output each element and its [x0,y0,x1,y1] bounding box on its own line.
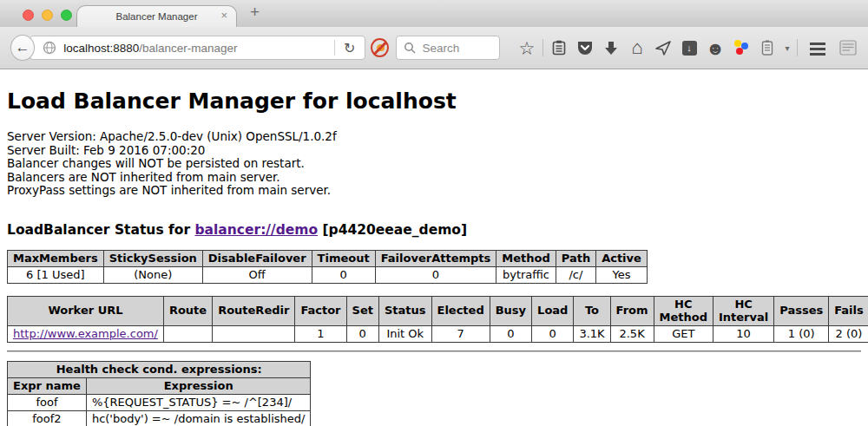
col-disablefailover: DisableFailover [202,250,312,266]
url-text: localhost:8880/balancer-manager [63,42,334,55]
proxypass-notice-line: ProxyPass settings are NOT inherited fro… [7,184,861,198]
col-maxmembers: MaxMembers [8,250,104,266]
download-arrow-glyph: ↓ [687,43,692,53]
cell-to: 3.1K [574,325,610,342]
cell-set: 0 [346,325,378,342]
minimize-window-button[interactable] [42,10,53,21]
col-route: Route [163,296,212,325]
col-stickysession: StickySession [103,250,202,266]
overflow-caret-icon[interactable]: ▾ [780,43,794,53]
bookmark-star-icon[interactable]: ☆ [514,39,540,57]
url-bar[interactable]: localhost:8880/balancer-manager ↻ [30,36,365,60]
col-expression: Expression [86,377,311,394]
balancer-heading-prefix: LoadBalancer Status for [7,222,194,238]
col-from: From [610,296,654,325]
extension-dots-icon[interactable] [728,40,754,56]
col-path: Path [556,250,595,266]
cell-stickysession: (None) [103,266,202,283]
col-hc-method: HC Method [654,296,713,325]
search-input[interactable] [421,41,495,56]
col-status: Status [378,296,431,325]
cell-expression: %{REQUEST_STATUS} =~ /^[234]/ [86,394,311,410]
col-passes: Passes [774,296,829,325]
pocket-icon[interactable] [572,41,598,56]
col-hc-interval: HC Interval [713,296,773,325]
cell-failoverattempts: 0 [375,266,496,283]
balancer-demo-link[interactable]: balancer://demo [194,222,318,238]
col-fails: Fails [829,296,868,325]
health-table-title: Health check cond. expressions: [8,361,311,377]
battery-panel-icon[interactable] [754,40,780,56]
col-active: Active [596,250,648,266]
browser-window: Balancer Manager × + ← localhost:8880/ba… [0,0,868,426]
tab-balancer-manager[interactable]: Balancer Manager × [76,5,237,27]
table-row: 6 [1 Used] (None) Off 0 0 bytraffic /c/ … [8,266,648,283]
cell-timeout: 0 [312,266,375,283]
send-plane-icon[interactable] [650,41,676,56]
tab-title: Balancer Manager [116,11,198,22]
new-tab-button[interactable]: + [250,3,260,22]
cell-hc-method: GET [654,325,713,342]
back-arrow-icon: ← [16,39,30,56]
cell-active: Yes [596,266,648,283]
zoom-window-button[interactable] [61,10,72,21]
col-busy: Busy [490,296,531,325]
cell-fails: 2 (0) [829,325,868,342]
home-icon[interactable]: ⌂ [624,38,650,57]
col-to: To [574,296,610,325]
server-version-line: Server Version: Apache/2.5.0-dev (Unix) … [7,130,861,144]
cell-factor: 1 [295,325,346,342]
page-title: Load Balancer Manager for localhost [7,88,861,114]
cell-routeredir [213,325,295,342]
cell-status: Init Ok [378,325,431,342]
toolbar-icons: ☆ ⌂ [514,38,861,57]
col-failoverattempts: FailoverAttempts [375,250,496,266]
col-set: Set [346,296,378,325]
window-controls [23,10,72,21]
balancer-heading: LoadBalancer Status for balancer://demo … [7,222,861,238]
cell-expr-name: foof [8,394,87,410]
reload-button[interactable]: ↻ [335,40,365,56]
cell-maxmembers: 6 [1 Used] [8,266,104,283]
cell-disablefailover: Off [202,266,312,283]
tab-close-icon[interactable]: × [220,10,227,21]
downloads-icon[interactable] [598,41,624,56]
col-routeredir: RouteRedir [213,296,295,325]
back-button[interactable]: ← [10,35,35,61]
table-header-row: Expr name Expression [8,377,311,394]
content-blocked-icon[interactable] [371,38,389,57]
balancer-heading-suffix: [p4420eeae_demo] [318,222,467,238]
col-load: Load [532,296,574,325]
col-timeout: Timeout [312,250,375,266]
cell-elected: 7 [431,325,490,342]
section-divider [7,351,861,352]
url-host: localhost:8880 [63,42,139,55]
cell-path: /c/ [556,266,595,283]
worker-status-table: Worker URL Route RouteRedir Factor Set S… [7,296,868,343]
download-box-icon[interactable]: ↓ [676,41,702,56]
cell-expression: hc('body') =~ /domain is established/ [86,410,311,426]
col-expr-name: Expr name [8,377,87,394]
close-window-button[interactable] [23,10,34,21]
worker-url-link[interactable]: http://www.example.com/ [13,327,158,340]
globe-icon [43,41,56,55]
table-row: foof %{REQUEST_STATUS} =~ /^[234]/ [8,394,311,410]
server-built-line: Server Built: Feb 9 2016 07:00:20 [7,144,861,158]
balancer-status-table: MaxMembers StickySession DisableFailover… [7,250,648,284]
page-panel-icon[interactable] [835,40,861,56]
cell-expr-name: foof2 [8,410,87,426]
persist-notice-line: Balancer changes will NOT be persisted o… [7,157,861,171]
cell-passes: 1 (0) [774,325,829,342]
col-factor: Factor [295,296,346,325]
feedback-smiley-icon[interactable]: ☻ [702,39,728,57]
clipboard-icon[interactable] [546,40,572,56]
tab-bar: Balancer Manager × + [0,0,868,27]
cell-hc-interval: 10 [713,325,773,342]
cell-route [163,325,212,342]
search-bar[interactable] [396,36,500,60]
col-elected: Elected [431,296,490,325]
page-content: Load Balancer Manager for localhost Serv… [0,88,868,426]
table-header-row: Worker URL Route RouteRedir Factor Set S… [8,296,868,325]
col-method: Method [496,250,556,266]
navigation-toolbar: ← localhost:8880/balancer-manager ↻ ☆ [0,27,868,69]
